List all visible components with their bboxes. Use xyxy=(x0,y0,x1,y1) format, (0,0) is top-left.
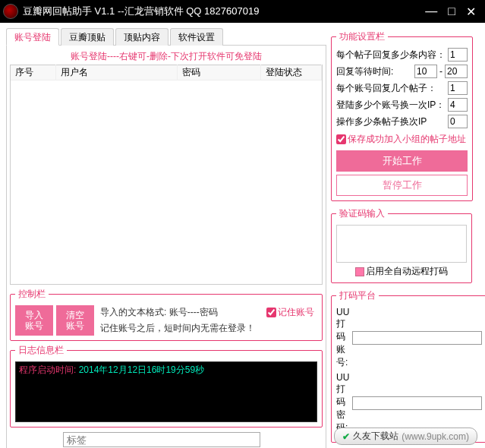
start-button[interactable]: 开始工作 xyxy=(336,150,468,172)
titlebar: 豆瓣网回帖助手 V1.1 --汇龙营销软件 QQ 1827607019 — □ … xyxy=(0,0,485,23)
tag-input[interactable] xyxy=(63,432,260,447)
control-panel: 控制栏 导入 账号 清空 账号 导入的文本格式: 账号----密码 记住账号 记… xyxy=(10,288,323,341)
wait-min-input[interactable] xyxy=(414,65,437,78)
window-title: 豆瓣网回帖助手 V1.1 --汇龙营销软件 QQ 1827607019 xyxy=(23,5,425,18)
col-password: 密码 xyxy=(178,65,261,80)
tab-login[interactable]: 账号登陆 xyxy=(6,28,59,46)
auto-captcha-checkbox[interactable]: 启用全自动远程打码 xyxy=(336,265,467,278)
close-button[interactable]: ✕ xyxy=(466,5,476,19)
log-legend: 日志信息栏 xyxy=(15,344,67,357)
login-hint: 账号登陆----右键可-删除-下次打开软件可免登陆 xyxy=(10,49,323,65)
remember-checkbox[interactable]: 记住账号 xyxy=(266,306,314,319)
captcha-panel: 验证码输入 启用全自动远程打码 xyxy=(331,207,472,283)
accounts-table[interactable]: 序号 用户名 密码 登陆状态 xyxy=(10,65,323,285)
minimize-button[interactable]: — xyxy=(425,5,437,19)
maximize-button[interactable]: □ xyxy=(448,5,455,19)
captcha-image[interactable] xyxy=(336,225,467,263)
app-icon xyxy=(3,4,18,19)
import-format-text: 导入的文本格式: 账号----密码 xyxy=(100,306,218,319)
wait-max-input[interactable] xyxy=(445,65,468,78)
coding-pass-input[interactable] xyxy=(352,396,482,410)
col-username: 用户名 xyxy=(56,65,178,80)
tab-bar: 账号登陆 豆瓣顶贴 顶贴内容 软件设置 xyxy=(6,27,326,46)
replies-per-post-input[interactable] xyxy=(448,48,468,62)
clear-accounts-button[interactable]: 清空 账号 xyxy=(56,305,94,336)
log-output: 程序启动时间: 2014年12月12日16时19分59秒 xyxy=(15,361,317,422)
footer-badge[interactable]: ✔久友下载站(www.9upk.com) xyxy=(334,427,477,445)
remember-note: 记住账号之后，短时间内无需在登录！ xyxy=(100,322,314,335)
coding-legend: 打码平台 xyxy=(336,289,379,302)
save-url-checkbox[interactable]: 保存成功加入小组的帖子地址 xyxy=(336,133,466,146)
settings-legend: 功能设置栏 xyxy=(336,30,388,43)
col-status: 登陆状态 xyxy=(261,65,322,80)
col-index: 序号 xyxy=(11,65,56,80)
pause-button[interactable]: 暂停工作 xyxy=(336,175,468,196)
log-prefix: 程序启动时间: xyxy=(19,364,79,375)
tab-content[interactable]: 顶贴内容 xyxy=(115,28,168,46)
control-legend: 控制栏 xyxy=(15,288,49,301)
tab-bump[interactable]: 豆瓣顶贴 xyxy=(61,28,114,46)
posts-per-account-input[interactable] xyxy=(448,81,468,95)
posts-per-ip-input[interactable] xyxy=(448,115,468,128)
log-time: 2014年12月12日16时19分59秒 xyxy=(79,364,204,375)
coding-user-input[interactable] xyxy=(352,331,482,345)
log-panel: 日志信息栏 程序启动时间: 2014年12月12日16时19分59秒 xyxy=(10,344,323,427)
tab-settings[interactable]: 软件设置 xyxy=(170,28,223,46)
coding-panel: 打码平台 UU打码账号: UU打码密码: xyxy=(331,289,485,443)
captcha-legend: 验证码输入 xyxy=(336,207,388,220)
import-accounts-button[interactable]: 导入 账号 xyxy=(15,305,53,336)
accounts-per-ip-input[interactable] xyxy=(448,98,468,112)
tab-panel-login: 账号登陆----右键可-删除-下次打开软件可免登陆 序号 用户名 密码 登陆状态… xyxy=(6,46,326,448)
settings-panel: 功能设置栏 每个帖子回复多少条内容： 回复等待时间:- 每个账号回复几个帖子： … xyxy=(331,30,473,201)
